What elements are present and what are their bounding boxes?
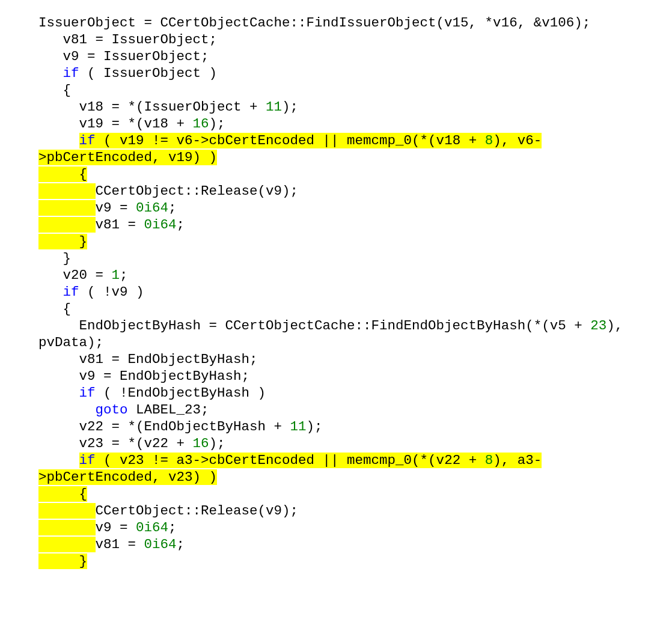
code-token <box>38 217 96 233</box>
code-block: IssuerObject = CCertObjectCache::FindIss… <box>0 14 672 570</box>
code-token: goto <box>96 402 128 418</box>
code-token <box>38 200 96 216</box>
code-token: 8 <box>485 133 493 148</box>
code-token: 23 <box>590 318 606 334</box>
code-token: 11 <box>266 99 282 115</box>
code-token <box>38 520 96 535</box>
code-token: if <box>79 453 96 468</box>
code-token: 8 <box>485 453 493 468</box>
code-token: 16 <box>193 436 209 451</box>
code-token: } <box>38 553 87 569</box>
code-token: 0i64 <box>136 200 168 216</box>
code-token: 0i64 <box>144 537 177 552</box>
code-token: ( v23 != a3->cbCertEncoded || memcmp_0(*… <box>96 453 485 468</box>
code-token: 11 <box>290 419 307 434</box>
code-page: IssuerObject = CCertObjectCache::FindIss… <box>0 0 672 625</box>
code-token: 16 <box>193 116 209 132</box>
code-token <box>38 537 96 552</box>
code-token: { <box>38 166 87 182</box>
code-token: if <box>79 385 96 401</box>
code-token: 0i64 <box>136 520 168 535</box>
code-token: 0i64 <box>144 217 177 233</box>
code-token: if <box>79 133 96 148</box>
code-token: } <box>38 234 87 249</box>
code-token: 1 <box>112 267 120 283</box>
code-token: { <box>38 486 87 502</box>
code-token <box>38 503 96 519</box>
code-token <box>38 183 96 199</box>
code-token: if <box>63 66 79 81</box>
code-token: if <box>63 284 79 300</box>
code-token: ( v19 != v6->cbCertEncoded || memcmp_0(*… <box>96 133 485 148</box>
